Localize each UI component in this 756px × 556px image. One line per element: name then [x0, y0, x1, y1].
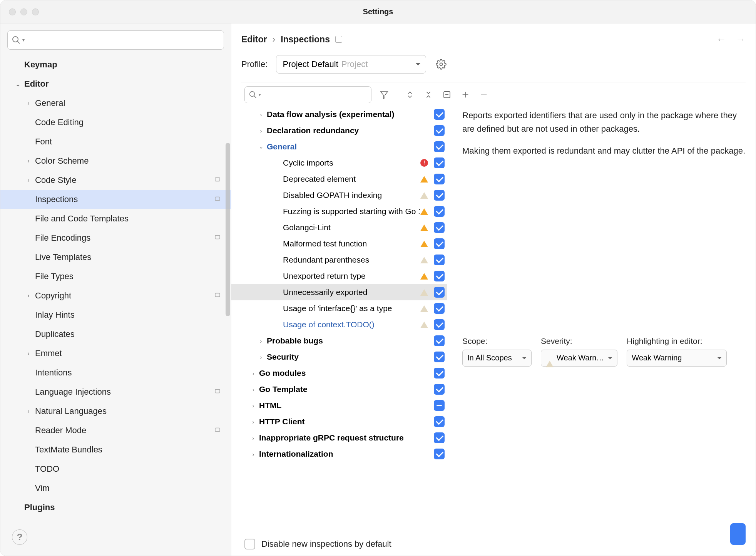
inspection-checkbox[interactable]	[434, 368, 445, 378]
inspection-checkbox[interactable]	[434, 384, 445, 395]
disable-inspection-button[interactable]	[441, 89, 453, 100]
inspection-checkbox[interactable]	[434, 190, 445, 201]
sidebar-item-inspections[interactable]: Inspections	[0, 190, 231, 209]
inspection-checkbox[interactable]	[434, 287, 445, 298]
sidebar-item-editor[interactable]: ⌄Editor	[0, 74, 231, 94]
inspection-checkbox[interactable]	[434, 174, 445, 184]
sidebar-item-font[interactable]: Font	[0, 132, 231, 151]
sidebar-item-plugins[interactable]: Plugins	[0, 498, 231, 517]
inspection-item[interactable]: Unexported return type	[231, 268, 447, 284]
disable-new-inspections-checkbox[interactable]	[244, 539, 255, 549]
inspection-item[interactable]: Malformed test function	[231, 236, 447, 252]
minimize-icon[interactable]	[20, 8, 27, 15]
sidebar-item-reader-mode[interactable]: Reader Mode	[0, 421, 231, 440]
titlebar: Settings	[0, 0, 756, 23]
inspection-checkbox[interactable]	[434, 109, 445, 120]
zoom-icon[interactable]	[32, 8, 39, 15]
project-tag-icon	[214, 387, 221, 397]
scope-select[interactable]: In All Scopes	[462, 350, 532, 367]
sidebar-item-language-injections[interactable]: Language Injections	[0, 382, 231, 402]
inspection-checkbox[interactable]	[434, 125, 445, 136]
sidebar-item-keymap[interactable]: Keymap	[0, 55, 231, 74]
sidebar-scrollbar[interactable]	[226, 143, 230, 316]
inspection-checkbox[interactable]	[434, 255, 445, 265]
inspection-checkbox[interactable]	[434, 352, 445, 362]
inspection-item[interactable]: Cyclic imports	[231, 155, 447, 171]
inspection-item[interactable]: Disabled GOPATH indexing	[231, 187, 447, 203]
ok-button[interactable]	[730, 523, 746, 545]
inspection-item[interactable]: Deprecated element	[231, 171, 447, 187]
sidebar-search-input[interactable]: ▾	[7, 30, 224, 50]
desc-p2: Making them exported is redundant and ma…	[462, 144, 746, 157]
remove-inspection-button[interactable]	[478, 89, 490, 100]
inspection-item[interactable]: ›HTTP Client	[231, 414, 447, 430]
sidebar-item-general[interactable]: ›General	[0, 94, 231, 113]
sidebar-item-live-templates[interactable]: Live Templates	[0, 248, 231, 267]
collapse-all-button[interactable]	[423, 89, 434, 100]
project-tag-icon	[335, 36, 342, 43]
sidebar-item-file-and-code-templates[interactable]: File and Code Templates	[0, 209, 231, 228]
sidebar-item-file-encodings[interactable]: File Encodings	[0, 228, 231, 248]
severity-select[interactable]: Weak Warn…	[541, 350, 617, 367]
sidebar-item-code-style[interactable]: ›Code Style	[0, 171, 231, 190]
sidebar-item-color-scheme[interactable]: ›Color Scheme	[0, 151, 231, 171]
inspection-description: Reports exported identifiers that are us…	[462, 106, 746, 166]
sidebar-item-intentions[interactable]: Intentions	[0, 363, 231, 382]
inspection-checkbox[interactable]	[434, 449, 445, 459]
back-button[interactable]: ←	[716, 33, 726, 45]
inspection-item[interactable]: Redundant parentheses	[231, 252, 447, 268]
inspection-checkbox[interactable]	[434, 157, 445, 168]
inspection-checkbox[interactable]	[434, 206, 445, 217]
inspection-item[interactable]: ›Security	[231, 349, 447, 365]
sidebar-item-code-editing[interactable]: Code Editing	[0, 113, 231, 132]
inspection-item[interactable]: ›Declaration redundancy	[231, 122, 447, 139]
inspection-checkbox[interactable]	[434, 303, 445, 314]
inspection-item[interactable]: Usage of context.TODO()	[231, 317, 447, 333]
inspection-item[interactable]: ›Data flow analysis (experimental)	[231, 106, 447, 122]
breadcrumb-parent[interactable]: Editor	[241, 34, 267, 45]
disable-new-inspections-row: Disable new inspections by default	[231, 533, 756, 556]
inspection-item[interactable]: Fuzzing is supported starting with Go 1.…	[231, 203, 447, 219]
inspection-item[interactable]: ›Go Template	[231, 381, 447, 397]
sidebar-item-emmet[interactable]: ›Emmet	[0, 344, 231, 363]
inspection-item[interactable]: Golangci-Lint	[231, 219, 447, 236]
profile-gear-button[interactable]	[435, 58, 448, 71]
inspection-checkbox[interactable]	[434, 271, 445, 281]
inspection-item[interactable]: ›Inappropriate gRPC request structure	[231, 430, 447, 446]
sidebar-item-natural-languages[interactable]: ›Natural Languages	[0, 402, 231, 421]
warning-icon	[420, 172, 428, 183]
inspection-item[interactable]: ›HTML	[231, 397, 447, 414]
weak-warning-icon	[546, 348, 554, 367]
add-inspection-button[interactable]	[460, 89, 471, 100]
sidebar-item-todo[interactable]: TODO	[0, 459, 231, 479]
inspection-checkbox[interactable]	[434, 432, 445, 443]
sidebar-item-file-types[interactable]: File Types	[0, 267, 231, 286]
inspection-item[interactable]: Usage of 'interface{}' as a type	[231, 300, 447, 317]
inspection-item[interactable]: ›Internationalization	[231, 446, 447, 462]
sidebar-item-textmate-bundles[interactable]: TextMate Bundles	[0, 440, 231, 459]
inspection-checkbox[interactable]	[434, 238, 445, 249]
inspection-item[interactable]: Unnecessarily exported	[231, 284, 447, 300]
inspection-checkbox[interactable]	[434, 319, 445, 330]
inspection-checkbox[interactable]	[434, 335, 445, 346]
inspection-checkbox[interactable]	[434, 416, 445, 427]
inspection-item[interactable]: ⌄General	[231, 139, 447, 155]
desc-p1: Reports exported identifiers that are us…	[462, 109, 746, 136]
profile-select[interactable]: Project Default Project	[276, 55, 426, 74]
inspection-checkbox[interactable]	[434, 222, 445, 233]
sidebar-item-vim[interactable]: Vim	[0, 479, 231, 498]
sidebar-item-inlay-hints[interactable]: Inlay Hints	[0, 305, 231, 325]
inspection-item[interactable]: ›Probable bugs	[231, 333, 447, 349]
close-icon[interactable]	[9, 8, 16, 15]
help-button[interactable]: ?	[12, 529, 27, 545]
expand-all-button[interactable]	[404, 89, 416, 100]
inspection-search-input[interactable]: ▾	[244, 86, 371, 103]
sidebar-item-copyright[interactable]: ›Copyright	[0, 286, 231, 305]
sidebar-item-duplicates[interactable]: Duplicates	[0, 325, 231, 344]
inspection-checkbox[interactable]	[434, 400, 445, 411]
filter-button[interactable]	[378, 89, 390, 100]
inspection-checkbox[interactable]	[434, 141, 445, 152]
highlighting-select[interactable]: Weak Warning	[627, 350, 727, 367]
inspection-item[interactable]: ›Go modules	[231, 365, 447, 381]
forward-button[interactable]: →	[736, 33, 746, 45]
